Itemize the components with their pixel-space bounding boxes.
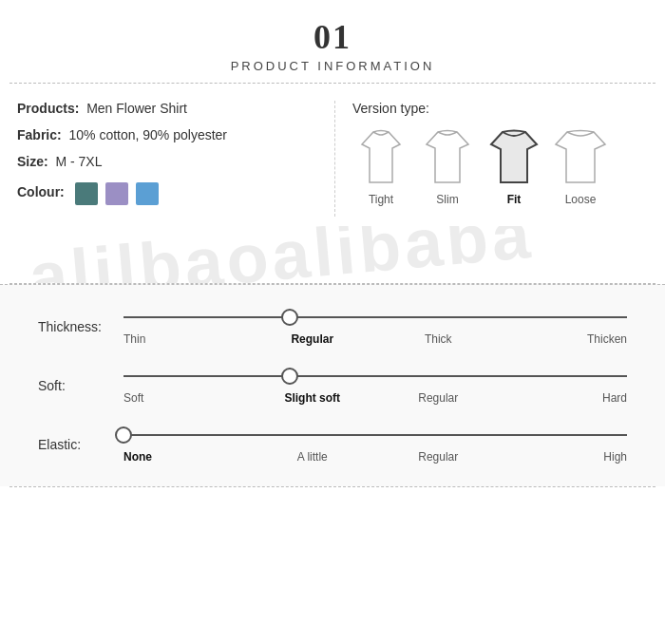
- swatch-teal[interactable]: [75, 182, 98, 205]
- colour-swatches: [75, 182, 159, 205]
- size-value: M - 7XL: [55, 154, 102, 169]
- swatch-lavender[interactable]: [105, 182, 128, 205]
- shirt-option-slim[interactable]: Slim: [419, 127, 476, 206]
- product-name-value: Men Flower Shirt: [86, 101, 187, 116]
- soft-opt-soft: Soft: [124, 391, 250, 405]
- soft-track-wrapper[interactable]: [124, 367, 627, 386]
- thickness-opt-thicken: Thicken: [502, 332, 628, 346]
- product-details: Products: Men Flower Shirt Fabric: 10% c…: [17, 101, 325, 217]
- version-label: Version type:: [352, 101, 648, 116]
- soft-opt-regular: Regular: [375, 391, 502, 405]
- slim-label: Slim: [436, 193, 458, 206]
- thickness-labels: Thin Regular Thick Thicken: [124, 332, 627, 346]
- size-label: Size:: [17, 154, 48, 169]
- shirt-option-loose[interactable]: Loose: [552, 127, 609, 206]
- sliders-section: Thickness: Thin Regular Thick Thicken So…: [0, 284, 665, 486]
- thickness-label: Thickness:: [38, 319, 124, 334]
- elastic-thumb[interactable]: [115, 426, 132, 444]
- fabric-value: 10% cotton, 90% polyester: [68, 127, 227, 142]
- elastic-opt-regular: Regular: [375, 450, 502, 464]
- colour-row: Colour:: [17, 180, 315, 205]
- product-name-label: Products:: [17, 101, 79, 116]
- thickness-opt-thin: Thin: [124, 332, 250, 346]
- shirt-option-tight[interactable]: Tight: [352, 127, 409, 206]
- elastic-opt-high: High: [502, 450, 628, 464]
- thickness-track-wrapper[interactable]: [124, 308, 627, 327]
- slim-shirt-icon: [419, 127, 476, 189]
- tight-label: Tight: [369, 193, 393, 206]
- watermark-section: alilbaoalibaba: [0, 226, 665, 283]
- elastic-row: Elastic: None A little Regular High: [38, 426, 627, 464]
- soft-labels: Soft Slight soft Regular Hard: [124, 391, 627, 405]
- soft-opt-slight: Slight soft: [250, 391, 376, 405]
- loose-shirt-icon: [552, 127, 609, 189]
- loose-label: Loose: [565, 193, 597, 206]
- soft-label: Soft:: [38, 378, 124, 393]
- elastic-label: Elastic:: [38, 437, 124, 452]
- thickness-row: Thickness: Thin Regular Thick Thicken: [38, 308, 627, 346]
- fit-label: Fit: [507, 193, 522, 206]
- thickness-track: [124, 316, 627, 318]
- bottom-divider: [10, 486, 656, 487]
- fabric-label: Fabric:: [17, 127, 62, 142]
- fabric-row: Fabric: 10% cotton, 90% polyester: [17, 127, 315, 142]
- size-row: Size: M - 7XL: [17, 154, 315, 169]
- elastic-track: [124, 434, 627, 436]
- page: 01 PRODUCT INFORMATION Products: Men Flo…: [0, 0, 665, 644]
- fit-shirt-icon: [485, 127, 542, 189]
- thickness-opt-thick: Thick: [375, 332, 502, 346]
- soft-row: Soft: Soft Slight soft Regular Hard: [38, 367, 627, 405]
- elastic-slider-container: None A little Regular High: [124, 426, 627, 464]
- tight-shirt-icon: [352, 127, 409, 189]
- thickness-slider-container: Thin Regular Thick Thicken: [124, 308, 627, 346]
- elastic-opt-none: None: [124, 450, 250, 464]
- soft-thumb[interactable]: [281, 368, 298, 385]
- soft-slider-container: Soft Slight soft Regular Hard: [124, 367, 627, 405]
- soft-opt-hard: Hard: [502, 391, 628, 405]
- thickness-thumb[interactable]: [281, 309, 298, 326]
- header: 01 PRODUCT INFORMATION: [0, 0, 665, 83]
- elastic-track-wrapper[interactable]: [124, 426, 627, 445]
- version-section: Version type: Tight Slim: [334, 101, 648, 217]
- shirt-options: Tight Slim Fit: [352, 127, 648, 206]
- page-title: PRODUCT INFORMATION: [0, 59, 665, 73]
- colour-label: Colour:: [17, 184, 65, 199]
- watermark-text: alilbaoalibaba: [26, 226, 536, 283]
- product-name-row: Products: Men Flower Shirt: [17, 101, 315, 116]
- soft-track: [124, 375, 627, 377]
- shirt-option-fit[interactable]: Fit: [485, 127, 542, 206]
- product-number: 01: [0, 17, 665, 57]
- elastic-labels: None A little Regular High: [124, 450, 627, 464]
- product-section: Products: Men Flower Shirt Fabric: 10% c…: [0, 84, 665, 226]
- thickness-opt-regular: Regular: [250, 332, 376, 346]
- swatch-blue[interactable]: [136, 182, 159, 205]
- elastic-opt-little: A little: [250, 450, 376, 464]
